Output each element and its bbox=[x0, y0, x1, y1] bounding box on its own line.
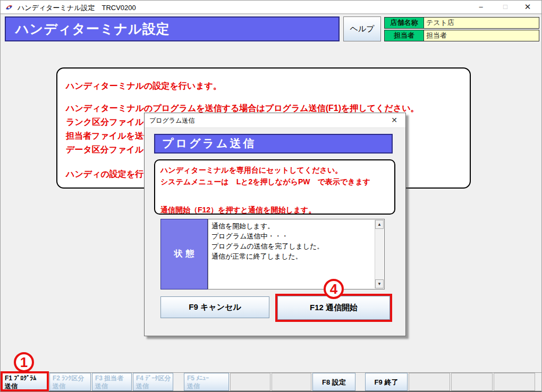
fn-cell: F3 担当者送信 bbox=[92, 373, 132, 391]
fn-label-line2: 送信 bbox=[136, 382, 149, 390]
fn-cell: F9 終了 bbox=[365, 373, 408, 391]
annotation-circle-1: 1 bbox=[14, 352, 34, 372]
store-name-row: 店舗名称 テスト店 bbox=[384, 17, 539, 29]
fn-label-line1: F4 ﾃﾞｰﾀ区分 bbox=[136, 374, 171, 382]
fn-cell-empty bbox=[451, 373, 493, 391]
instruction-line: 通信開始（F12）を押すと通信を開始します。 bbox=[160, 204, 394, 215]
window-title: ハンディターミナル設定 TRCV0200 bbox=[18, 3, 136, 13]
fn-label-line1: F3 担当者 bbox=[95, 374, 123, 382]
f2-rank-send-button[interactable]: F2 ﾗﾝｸ区分送信 bbox=[49, 373, 91, 391]
status-line: 通信が正常に終了しました。 bbox=[211, 251, 371, 261]
app-window: ハンディターミナル設定 TRCV0200 – □ ✕ ハンディターミナル設定 ヘ… bbox=[0, 0, 542, 392]
f5-menu-send-button[interactable]: F5 ﾒﾆｭｰ送信 bbox=[184, 373, 229, 391]
message-line: ハンディターミナルの設定を行います。 bbox=[66, 79, 461, 93]
empty-key-slot bbox=[451, 373, 493, 391]
f8-settings-button[interactable]: F8 設定 bbox=[312, 373, 355, 391]
status-line: プログラム送信中・・・ bbox=[211, 231, 371, 241]
fn-label-line2: 送信 bbox=[187, 382, 200, 390]
staff-value: 担当者 bbox=[424, 30, 539, 41]
empty-key-slot bbox=[272, 373, 311, 391]
instruction-line: システムメニューは Lと2を押しながらPW で表示できます bbox=[160, 176, 394, 188]
f12-start-button[interactable]: F12 通信開始 bbox=[277, 296, 390, 320]
dialog-title: プログラム送信 bbox=[149, 117, 194, 124]
f3-staff-send-button[interactable]: F3 担当者送信 bbox=[92, 373, 132, 391]
titlebar: ハンディターミナル設定 TRCV0200 – □ ✕ bbox=[1, 1, 541, 14]
dialog-close-icon[interactable]: ✕ bbox=[386, 113, 402, 128]
program-send-dialog: プログラム送信 ✕ プログラム送信 ハンディターミナルを専用台にセットしてくださ… bbox=[144, 113, 406, 336]
store-name-value: テスト店 bbox=[424, 18, 539, 28]
store-name-label: 店舗名称 bbox=[385, 18, 424, 28]
empty-key-slot bbox=[230, 373, 270, 391]
fn-cell-empty bbox=[272, 373, 311, 391]
status-line: プログラムの送信を完了しました。 bbox=[211, 241, 371, 251]
annotation-rect-f1 bbox=[1, 371, 49, 391]
fn-cell-empty bbox=[230, 373, 270, 391]
help-button[interactable]: ヘルプ bbox=[343, 16, 381, 41]
empty-key-slot bbox=[494, 373, 535, 391]
staff-row: 担当者 担当者 bbox=[384, 30, 539, 41]
dialog-titlebar: プログラム送信 ✕ bbox=[145, 113, 405, 128]
fn-cell: F5 ﾒﾆｭｰ送信 bbox=[184, 373, 229, 391]
f9-cancel-button[interactable]: F9 キャンセル bbox=[160, 296, 269, 318]
f4-data-send-button[interactable]: F4 ﾃﾞｰﾀ区分送信 bbox=[133, 373, 173, 391]
app-icon bbox=[5, 3, 13, 12]
fn-cell-empty bbox=[494, 373, 535, 391]
annotation-circle-4: 4 bbox=[324, 279, 344, 299]
fn-label-line2: 送信 bbox=[53, 382, 65, 390]
f9-exit-button[interactable]: F9 終了 bbox=[365, 373, 408, 391]
fn-label-line1: F2 ﾗﾝｸ区分 bbox=[53, 374, 84, 382]
fn-cell: F2 ﾗﾝｸ区分送信 bbox=[49, 373, 91, 391]
dialog-instructions-box: ハンディターミナルを専用台にセットしてください。 システムメニューは Lと2を押… bbox=[154, 159, 395, 215]
dialog-banner: プログラム送信 bbox=[154, 134, 393, 154]
status-label: 状態 bbox=[160, 219, 208, 289]
fn-cell-empty bbox=[409, 373, 450, 391]
scroll-down-icon[interactable]: ▼ bbox=[375, 279, 384, 288]
fn-label-line2: 送信 bbox=[95, 382, 108, 390]
page-title: ハンディターミナル設定 bbox=[5, 16, 340, 41]
scroll-up-icon[interactable]: ▲ bbox=[375, 220, 384, 229]
instruction-line: ハンディターミナルを専用台にセットしてください。 bbox=[160, 164, 394, 176]
close-icon[interactable]: ✕ bbox=[517, 1, 538, 14]
status-log-text: 通信を開始します。 プログラム送信中・・・ プログラムの送信を完了しました。 通… bbox=[208, 219, 384, 261]
staff-label: 担当者 bbox=[385, 30, 424, 41]
vertical-scrollbar[interactable]: ▲ ▼ bbox=[375, 220, 384, 288]
fn-cell: F8 設定 bbox=[312, 373, 355, 391]
fn-cell: F4 ﾃﾞｰﾀ区分送信 bbox=[133, 373, 173, 391]
minimize-icon[interactable]: – bbox=[470, 1, 492, 14]
empty-key-slot bbox=[409, 373, 450, 391]
status-line: 通信を開始します。 bbox=[211, 221, 371, 231]
maximize-icon: □ bbox=[495, 1, 516, 14]
status-log-box[interactable]: 通信を開始します。 プログラム送信中・・・ プログラムの送信を完了しました。 通… bbox=[208, 219, 385, 289]
fn-label-line1: F5 ﾒﾆｭｰ bbox=[187, 374, 209, 382]
